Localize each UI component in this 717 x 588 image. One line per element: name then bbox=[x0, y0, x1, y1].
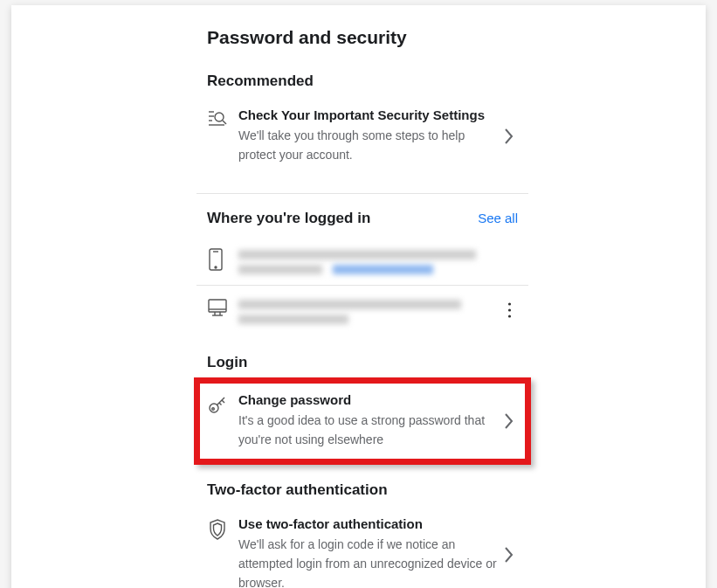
row-twofa-body: Use two-factor authentication We'll ask … bbox=[231, 516, 500, 588]
chevron-right-icon bbox=[500, 128, 518, 145]
session-row-desktop[interactable] bbox=[196, 285, 528, 335]
desktop-device-icon bbox=[207, 296, 231, 317]
svg-point-14 bbox=[507, 302, 510, 305]
svg-point-8 bbox=[215, 266, 217, 268]
session-desktop-body bbox=[231, 296, 500, 324]
section-sessions-header: Where you're logged in See all bbox=[196, 210, 528, 227]
content-column: Password and security Recommended Check … bbox=[196, 27, 528, 588]
more-options-icon[interactable] bbox=[500, 301, 518, 319]
svg-line-4 bbox=[223, 121, 226, 124]
session-row-mobile[interactable] bbox=[196, 236, 528, 285]
svg-point-18 bbox=[212, 407, 215, 410]
row-check-security[interactable]: Check Your Important Security Settings W… bbox=[196, 99, 528, 174]
section-sessions-title: Where you're logged in bbox=[207, 210, 370, 227]
row-twofa-title: Use two-factor authentication bbox=[238, 516, 500, 531]
row-check-body: Check Your Important Security Settings W… bbox=[231, 107, 500, 165]
svg-rect-9 bbox=[209, 300, 226, 312]
section-twofa-title: Two-factor authentication bbox=[207, 481, 388, 499]
svg-point-15 bbox=[507, 308, 510, 311]
row-check-title: Check Your Important Security Settings bbox=[238, 107, 500, 122]
section-login-header: Login bbox=[196, 354, 528, 371]
see-all-link[interactable]: See all bbox=[478, 211, 518, 225]
key-icon bbox=[207, 392, 231, 415]
page-title: Password and security bbox=[207, 27, 528, 48]
session-mobile-body bbox=[231, 246, 518, 274]
settings-card: Password and security Recommended Check … bbox=[11, 5, 706, 588]
section-twofa-header: Two-factor authentication bbox=[196, 481, 528, 499]
chevron-right-icon bbox=[500, 412, 518, 430]
mobile-device-icon bbox=[207, 246, 231, 271]
section-recommended-title: Recommended bbox=[207, 73, 314, 90]
row-change-desc: It's a good idea to use a strong passwor… bbox=[238, 411, 500, 450]
row-change-title: Change password bbox=[238, 392, 500, 407]
chevron-right-icon bbox=[500, 546, 518, 564]
svg-point-16 bbox=[507, 315, 510, 317]
row-twofa[interactable]: Use two-factor authentication We'll ask … bbox=[196, 508, 528, 588]
svg-line-20 bbox=[222, 400, 224, 403]
row-change-body: Change password It's a good idea to use … bbox=[231, 392, 500, 450]
row-twofa-desc: We'll ask for a login code if we notice … bbox=[238, 535, 500, 588]
section-login-title: Login bbox=[207, 354, 247, 371]
section-sessions: Where you're logged in See all bbox=[196, 193, 528, 335]
search-list-icon bbox=[207, 107, 231, 128]
change-password-highlight: Change password It's a good idea to use … bbox=[196, 380, 528, 462]
shield-icon bbox=[207, 516, 231, 541]
row-change-password[interactable]: Change password It's a good idea to use … bbox=[196, 380, 528, 462]
section-recommended-header: Recommended bbox=[196, 73, 528, 90]
row-check-desc: We'll take you through some steps to hel… bbox=[238, 126, 500, 165]
svg-point-3 bbox=[215, 113, 224, 121]
svg-line-21 bbox=[219, 403, 222, 405]
